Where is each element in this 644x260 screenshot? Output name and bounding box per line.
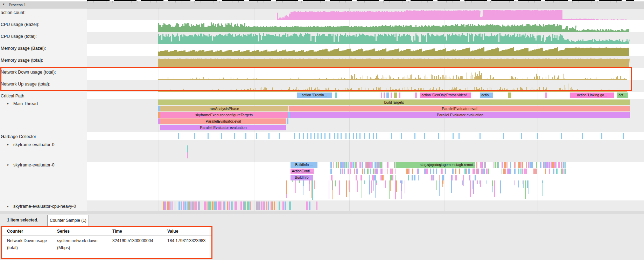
- gc-event-tick[interactable]: [359, 133, 360, 139]
- slice[interactable]: [183, 201, 184, 210]
- slice-action-creatin-[interactable]: action 'Creatin...: [297, 93, 332, 98]
- slice[interactable]: [316, 201, 317, 210]
- slice[interactable]: [216, 201, 217, 210]
- gc-event-tick[interactable]: [256, 133, 257, 139]
- slice[interactable]: [350, 162, 352, 168]
- slice[interactable]: [387, 162, 388, 168]
- slice-skyframeexecutor-configuretarg[interactable]: skyframeExecutor.configureTargets: [160, 112, 288, 118]
- slice[interactable]: [374, 175, 376, 180]
- slice[interactable]: [390, 169, 392, 174]
- slice-drip[interactable]: [295, 180, 296, 193]
- slice[interactable]: [187, 201, 188, 210]
- slice[interactable]: [348, 162, 349, 168]
- slice[interactable]: [468, 169, 470, 174]
- slice-sliver[interactable]: [187, 145, 188, 152]
- slice[interactable]: [167, 201, 169, 210]
- slice[interactable]: [343, 162, 345, 168]
- slice[interactable]: [236, 201, 237, 210]
- slice[interactable]: [522, 162, 523, 168]
- slice[interactable]: [372, 175, 374, 180]
- collapse-arrow-icon[interactable]: ▾: [7, 205, 9, 208]
- slice[interactable]: [394, 93, 397, 98]
- slice[interactable]: [352, 162, 354, 168]
- slice[interactable]: [181, 201, 182, 210]
- gc-event-tick[interactable]: [391, 133, 392, 139]
- slice[interactable]: [546, 162, 548, 168]
- slice[interactable]: [532, 162, 533, 168]
- slice[interactable]: [392, 175, 393, 180]
- gc-event-tick[interactable]: [310, 133, 312, 139]
- slice-parallelevaluator-eval[interactable]: ParallelEvaluator.eval: [289, 106, 630, 111]
- slice[interactable]: [561, 162, 562, 168]
- slice[interactable]: [245, 201, 246, 210]
- gc-event-tick[interactable]: [623, 133, 624, 139]
- slice[interactable]: [158, 106, 160, 111]
- slice[interactable]: [170, 201, 171, 210]
- slice[interactable]: [285, 201, 286, 210]
- slice-drip[interactable]: [335, 180, 336, 186]
- slice[interactable]: [214, 201, 215, 210]
- slice[interactable]: [520, 162, 521, 168]
- gc-event-tick[interactable]: [337, 133, 338, 139]
- collapse-arrow-icon[interactable]: ▾: [7, 163, 9, 167]
- slice-drip[interactable]: [373, 180, 374, 191]
- slice[interactable]: [545, 169, 546, 174]
- slice[interactable]: [359, 162, 361, 168]
- slice[interactable]: [259, 201, 260, 210]
- slice-sliver[interactable]: [187, 152, 188, 158]
- slice[interactable]: [510, 169, 511, 174]
- thread-track-label[interactable]: Critical Path: [1, 93, 24, 99]
- slice[interactable]: [535, 169, 537, 174]
- slice[interactable]: [287, 118, 288, 124]
- slice[interactable]: [372, 162, 373, 168]
- col-header-time[interactable]: Time: [112, 229, 122, 234]
- gc-event-tick[interactable]: [329, 133, 330, 139]
- slice[interactable]: [204, 201, 206, 210]
- collapse-arrow-icon[interactable]: ▾: [7, 143, 9, 146]
- slice[interactable]: [335, 93, 337, 98]
- slice[interactable]: [442, 175, 444, 180]
- slice[interactable]: [556, 169, 558, 174]
- slice[interactable]: [434, 175, 434, 180]
- slice[interactable]: [232, 201, 233, 210]
- slice-drip[interactable]: [470, 180, 471, 197]
- slice[interactable]: [464, 169, 466, 174]
- slice[interactable]: [274, 201, 275, 210]
- process-header-bar[interactable]: [0, 1, 644, 8]
- slice-drip[interactable]: [518, 180, 519, 187]
- slice[interactable]: [356, 162, 357, 168]
- slice[interactable]: [350, 169, 351, 174]
- gc-event-tick[interactable]: [317, 133, 318, 139]
- slice-drip[interactable]: [400, 180, 401, 183]
- slice[interactable]: [436, 169, 437, 174]
- slice[interactable]: [391, 93, 392, 98]
- slice[interactable]: [418, 169, 419, 174]
- thread-track-label[interactable]: Main Thread: [13, 101, 38, 107]
- slice-drip[interactable]: [401, 180, 402, 199]
- slice[interactable]: [178, 201, 180, 210]
- slice[interactable]: [195, 201, 197, 210]
- slice[interactable]: [481, 169, 483, 174]
- chart-action-count[interactable]: [87, 8, 644, 20]
- gc-event-tick[interactable]: [537, 133, 538, 139]
- slice[interactable]: [344, 169, 345, 174]
- slice[interactable]: [380, 162, 382, 168]
- slice[interactable]: [563, 162, 565, 168]
- slice[interactable]: [248, 201, 250, 210]
- slice[interactable]: [553, 169, 554, 174]
- slice[interactable]: [357, 169, 358, 174]
- gc-event-tick[interactable]: [324, 133, 326, 139]
- chart-cpu-usage-total[interactable]: [87, 32, 644, 44]
- slice-drip[interactable]: [480, 180, 481, 187]
- gc-event-tick[interactable]: [178, 133, 179, 139]
- slice[interactable]: [306, 201, 308, 210]
- slice[interactable]: [414, 175, 415, 180]
- slice[interactable]: [514, 169, 516, 174]
- gc-event-tick[interactable]: [458, 133, 460, 139]
- slice[interactable]: [381, 93, 382, 98]
- slice[interactable]: [184, 201, 186, 210]
- slice[interactable]: [266, 201, 267, 210]
- gc-event-tick[interactable]: [208, 133, 209, 139]
- slice[interactable]: [330, 169, 332, 174]
- slice[interactable]: [495, 162, 496, 168]
